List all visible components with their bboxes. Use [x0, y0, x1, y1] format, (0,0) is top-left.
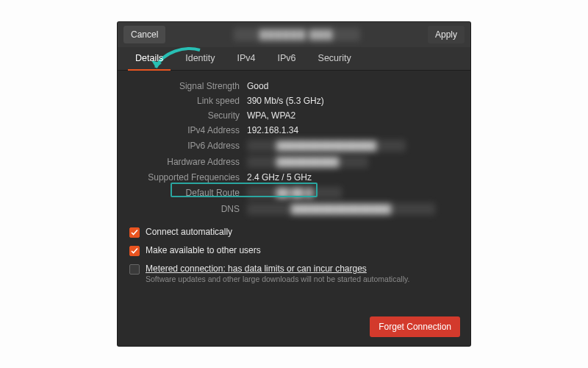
checkbox-icon[interactable] — [129, 246, 140, 256]
row-label: Signal Strength — [129, 81, 240, 91]
row-value: 2.4 GHz / 5 GHz — [247, 172, 459, 183]
checkbox-label: Connect automatically — [146, 227, 232, 237]
tab-identity[interactable]: Identity — [178, 48, 222, 71]
row-label: Supported Frequencies — [129, 172, 240, 183]
checkbox-icon[interactable] — [129, 227, 140, 238]
connection-settings-window: Cancel ██████ ███ Apply Details Identity… — [118, 22, 470, 346]
tab-details[interactable]: Details — [128, 48, 171, 71]
highlight-default-route — [171, 183, 318, 197]
details-panel: Signal Strength Good Link speed 390 Mb/s… — [118, 71, 470, 291]
row-label: Security — [129, 110, 240, 121]
forget-connection-button[interactable]: Forget Connection — [370, 316, 460, 337]
option-metered[interactable]: Metered connection: has data limits or c… — [129, 263, 459, 283]
tab-bar: Details Identity IPv4 IPv6 Security — [118, 47, 470, 71]
row-value: 390 Mb/s (5.3 GHz) — [247, 96, 459, 106]
checkbox-sublabel: Software updates and other large downloa… — [146, 275, 409, 283]
row-label: IPv6 Address — [129, 141, 240, 151]
row-value-redacted: ████████████████ — [247, 140, 459, 152]
row-value: 192.168.1.34 — [247, 125, 459, 135]
cancel-button[interactable]: Cancel — [123, 26, 165, 43]
option-connect-auto[interactable]: Connect automatically — [129, 227, 459, 238]
window-title: ██████ ███ — [165, 28, 428, 41]
row-label: Link speed — [129, 96, 240, 106]
options-section: Connect automatically Make available to … — [129, 227, 459, 283]
checkbox-label: Make available to other users — [146, 245, 261, 255]
row-value-redacted: ████████████████ — [247, 203, 459, 215]
tab-ipv6[interactable]: IPv6 — [270, 48, 304, 71]
checkbox-icon[interactable] — [129, 264, 140, 275]
row-label: IPv4 Address — [129, 125, 240, 135]
row-label: DNS — [129, 204, 240, 214]
footer: Forget Connection — [370, 316, 460, 337]
apply-button[interactable]: Apply — [428, 26, 465, 43]
row-value: WPA, WPA2 — [247, 110, 459, 121]
row-value-redacted: ██████████ — [247, 156, 459, 168]
tab-security[interactable]: Security — [311, 48, 359, 71]
checkbox-label: Metered connection: has data limits or c… — [146, 263, 409, 274]
tab-ipv4[interactable]: IPv4 — [230, 48, 263, 71]
window-title-redacted: ██████ ███ — [234, 28, 360, 41]
row-value: Good — [247, 81, 459, 91]
option-make-available[interactable]: Make available to other users — [129, 245, 459, 256]
header-bar: Cancel ██████ ███ Apply — [118, 22, 470, 47]
row-label: Hardware Address — [129, 157, 240, 167]
